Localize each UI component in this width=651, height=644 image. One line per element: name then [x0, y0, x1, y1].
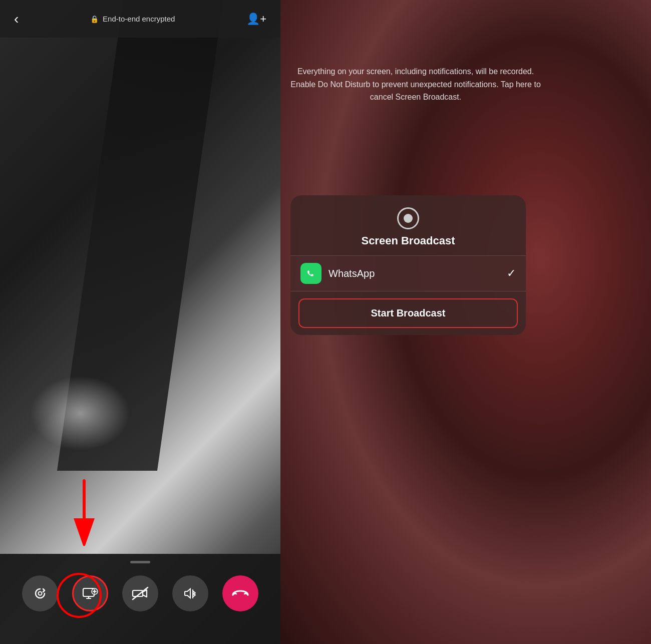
- whatsapp-label: WhatsApp: [329, 268, 500, 279]
- light-spot: [30, 376, 130, 451]
- whatsapp-row[interactable]: WhatsApp ✓: [290, 256, 526, 291]
- screen-share-button[interactable]: [72, 575, 108, 611]
- card-header: Screen Broadcast: [290, 195, 526, 255]
- camera-flip-button[interactable]: [22, 575, 58, 611]
- lock-icon: 🔒: [90, 15, 99, 23]
- header-bar: ‹ 🔒 End-to-end encrypted 👤+: [0, 0, 280, 38]
- header-center: 🔒 End-to-end encrypted: [90, 15, 175, 23]
- record-icon: [397, 207, 419, 229]
- broadcast-card: Screen Broadcast WhatsApp ✓ Start Broadc…: [290, 195, 526, 335]
- info-text-overlay[interactable]: Everything on your screen, including not…: [290, 65, 541, 104]
- back-button[interactable]: ‹: [14, 11, 19, 27]
- encryption-label: End-to-end encrypted: [103, 15, 175, 23]
- whatsapp-icon: [300, 263, 321, 284]
- record-dot: [404, 214, 413, 223]
- svg-line-3: [133, 587, 148, 599]
- bottom-toolbar: [0, 554, 280, 644]
- checkmark-icon: ✓: [507, 267, 516, 280]
- video-off-button[interactable]: [122, 575, 158, 611]
- svg-point-0: [39, 592, 42, 595]
- add-participant-button[interactable]: 👤+: [246, 13, 266, 26]
- toolbar-buttons: [22, 575, 258, 611]
- card-title: Screen Broadcast: [361, 234, 455, 247]
- red-arrow: [64, 476, 104, 546]
- toolbar-handle: [130, 561, 150, 563]
- audio-button[interactable]: [172, 575, 208, 611]
- divider-2: [290, 291, 526, 291]
- start-broadcast-button[interactable]: Start Broadcast: [298, 298, 518, 328]
- end-call-button[interactable]: [222, 575, 258, 611]
